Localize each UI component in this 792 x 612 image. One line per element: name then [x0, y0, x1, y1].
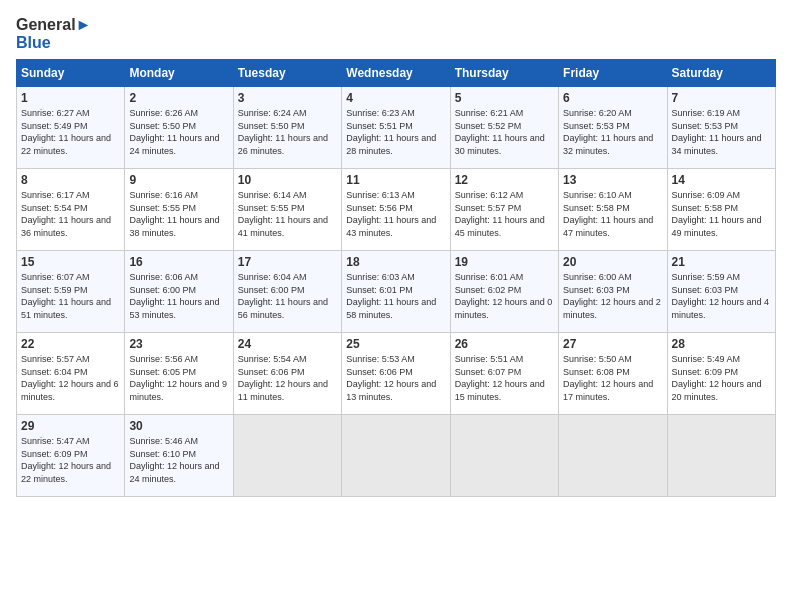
- logo-text: General► Blue: [16, 16, 91, 51]
- calendar-cell-4: 4Sunrise: 6:23 AMSunset: 5:51 PMDaylight…: [342, 87, 450, 169]
- calendar-cell-30: 30Sunrise: 5:46 AMSunset: 6:10 PMDayligh…: [125, 415, 233, 497]
- calendar-cell-26: 26Sunrise: 5:51 AMSunset: 6:07 PMDayligh…: [450, 333, 558, 415]
- calendar-cell-15: 15Sunrise: 6:07 AMSunset: 5:59 PMDayligh…: [17, 251, 125, 333]
- calendar-cell-23: 23Sunrise: 5:56 AMSunset: 6:05 PMDayligh…: [125, 333, 233, 415]
- calendar-week-1: 1Sunrise: 6:27 AMSunset: 5:49 PMDaylight…: [17, 87, 776, 169]
- calendar-week-4: 22Sunrise: 5:57 AMSunset: 6:04 PMDayligh…: [17, 333, 776, 415]
- logo: General► Blue: [16, 16, 91, 51]
- calendar-cell-empty-4-6: [667, 415, 775, 497]
- calendar-cell-12: 12Sunrise: 6:12 AMSunset: 5:57 PMDayligh…: [450, 169, 558, 251]
- calendar-cell-empty-4-5: [559, 415, 667, 497]
- calendar-cell-21: 21Sunrise: 5:59 AMSunset: 6:03 PMDayligh…: [667, 251, 775, 333]
- calendar-cell-28: 28Sunrise: 5:49 AMSunset: 6:09 PMDayligh…: [667, 333, 775, 415]
- calendar-cell-17: 17Sunrise: 6:04 AMSunset: 6:00 PMDayligh…: [233, 251, 341, 333]
- calendar-cell-29: 29Sunrise: 5:47 AMSunset: 6:09 PMDayligh…: [17, 415, 125, 497]
- calendar-cell-6: 6Sunrise: 6:20 AMSunset: 5:53 PMDaylight…: [559, 87, 667, 169]
- weekday-header-row: SundayMondayTuesdayWednesdayThursdayFrid…: [17, 60, 776, 87]
- calendar-cell-11: 11Sunrise: 6:13 AMSunset: 5:56 PMDayligh…: [342, 169, 450, 251]
- weekday-header-saturday: Saturday: [667, 60, 775, 87]
- calendar-cell-9: 9Sunrise: 6:16 AMSunset: 5:55 PMDaylight…: [125, 169, 233, 251]
- calendar-cell-3: 3Sunrise: 6:24 AMSunset: 5:50 PMDaylight…: [233, 87, 341, 169]
- weekday-header-sunday: Sunday: [17, 60, 125, 87]
- calendar-cell-8: 8Sunrise: 6:17 AMSunset: 5:54 PMDaylight…: [17, 169, 125, 251]
- calendar-cell-16: 16Sunrise: 6:06 AMSunset: 6:00 PMDayligh…: [125, 251, 233, 333]
- calendar-cell-14: 14Sunrise: 6:09 AMSunset: 5:58 PMDayligh…: [667, 169, 775, 251]
- calendar-cell-empty-4-4: [450, 415, 558, 497]
- calendar-cell-10: 10Sunrise: 6:14 AMSunset: 5:55 PMDayligh…: [233, 169, 341, 251]
- calendar-cell-7: 7Sunrise: 6:19 AMSunset: 5:53 PMDaylight…: [667, 87, 775, 169]
- calendar-cell-18: 18Sunrise: 6:03 AMSunset: 6:01 PMDayligh…: [342, 251, 450, 333]
- weekday-header-tuesday: Tuesday: [233, 60, 341, 87]
- calendar-cell-25: 25Sunrise: 5:53 AMSunset: 6:06 PMDayligh…: [342, 333, 450, 415]
- calendar-week-2: 8Sunrise: 6:17 AMSunset: 5:54 PMDaylight…: [17, 169, 776, 251]
- calendar-cell-27: 27Sunrise: 5:50 AMSunset: 6:08 PMDayligh…: [559, 333, 667, 415]
- calendar-week-5: 29Sunrise: 5:47 AMSunset: 6:09 PMDayligh…: [17, 415, 776, 497]
- calendar-cell-20: 20Sunrise: 6:00 AMSunset: 6:03 PMDayligh…: [559, 251, 667, 333]
- calendar-cell-19: 19Sunrise: 6:01 AMSunset: 6:02 PMDayligh…: [450, 251, 558, 333]
- calendar-cell-empty-4-3: [342, 415, 450, 497]
- calendar-cell-22: 22Sunrise: 5:57 AMSunset: 6:04 PMDayligh…: [17, 333, 125, 415]
- weekday-header-friday: Friday: [559, 60, 667, 87]
- calendar-cell-24: 24Sunrise: 5:54 AMSunset: 6:06 PMDayligh…: [233, 333, 341, 415]
- calendar-table: SundayMondayTuesdayWednesdayThursdayFrid…: [16, 59, 776, 497]
- weekday-header-monday: Monday: [125, 60, 233, 87]
- calendar-cell-empty-4-2: [233, 415, 341, 497]
- calendar-cell-13: 13Sunrise: 6:10 AMSunset: 5:58 PMDayligh…: [559, 169, 667, 251]
- calendar-week-3: 15Sunrise: 6:07 AMSunset: 5:59 PMDayligh…: [17, 251, 776, 333]
- page-header: General► Blue: [16, 16, 776, 51]
- weekday-header-thursday: Thursday: [450, 60, 558, 87]
- weekday-header-wednesday: Wednesday: [342, 60, 450, 87]
- calendar-cell-1: 1Sunrise: 6:27 AMSunset: 5:49 PMDaylight…: [17, 87, 125, 169]
- calendar-cell-5: 5Sunrise: 6:21 AMSunset: 5:52 PMDaylight…: [450, 87, 558, 169]
- calendar-cell-2: 2Sunrise: 6:26 AMSunset: 5:50 PMDaylight…: [125, 87, 233, 169]
